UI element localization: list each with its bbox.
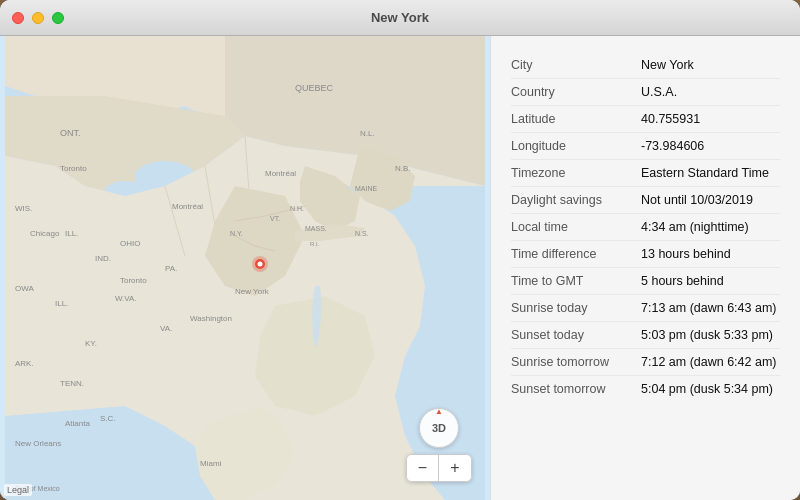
row-value: 5:04 pm (dusk 5:34 pm) [641, 376, 780, 403]
svg-text:N.H.: N.H. [290, 205, 304, 212]
svg-text:New York: New York [235, 287, 270, 296]
table-row: Sunrise tomorrow7:12 am (dawn 6:42 am) [511, 349, 780, 376]
zoom-controls: − + [406, 454, 472, 482]
svg-text:ILL.: ILL. [55, 299, 68, 308]
table-row: Sunset tomorrow5:04 pm (dusk 5:34 pm) [511, 376, 780, 403]
info-table: CityNew YorkCountryU.S.A.Latitude40.7559… [511, 52, 780, 402]
table-row: Sunset today5:03 pm (dusk 5:33 pm) [511, 322, 780, 349]
row-value: 7:12 am (dawn 6:42 am) [641, 349, 780, 376]
svg-text:Chicago: Chicago [30, 229, 60, 238]
table-row: CountryU.S.A. [511, 79, 780, 106]
svg-text:Toronto: Toronto [60, 164, 87, 173]
window-title: New York [371, 10, 429, 25]
table-row: Sunrise today7:13 am (dawn 6:43 am) [511, 295, 780, 322]
row-value: -73.984606 [641, 133, 780, 160]
info-panel: CityNew YorkCountryU.S.A.Latitude40.7559… [490, 36, 800, 500]
svg-text:TENN.: TENN. [60, 379, 84, 388]
row-label: Country [511, 79, 641, 106]
map-area[interactable]: ONT. QUEBEC N.L. N.B. MAINE WIS. ILL. IN… [0, 36, 490, 500]
3d-button[interactable]: 3D [419, 408, 459, 448]
zoom-out-button[interactable]: − [407, 455, 439, 481]
row-value: 40.755931 [641, 106, 780, 133]
row-label: Sunrise tomorrow [511, 349, 641, 376]
svg-text:MAINE: MAINE [355, 185, 378, 192]
svg-text:Toronto: Toronto [120, 276, 147, 285]
svg-text:W.VA.: W.VA. [115, 294, 137, 303]
row-value: 4:34 am (nighttime) [641, 214, 780, 241]
svg-text:N.S.: N.S. [355, 230, 369, 237]
table-row: CityNew York [511, 52, 780, 79]
row-label: Sunset tomorrow [511, 376, 641, 403]
maximize-button[interactable] [52, 12, 64, 24]
svg-text:OHIO: OHIO [120, 239, 140, 248]
traffic-lights [12, 12, 64, 24]
table-row: Longitude-73.984606 [511, 133, 780, 160]
row-value: U.S.A. [641, 79, 780, 106]
svg-text:IND.: IND. [95, 254, 111, 263]
svg-text:PA.: PA. [165, 264, 177, 273]
row-label: Sunset today [511, 322, 641, 349]
svg-text:New Orleans: New Orleans [15, 439, 61, 448]
titlebar: New York [0, 0, 800, 36]
svg-text:Montréal: Montréal [172, 202, 203, 211]
row-label: Local time [511, 214, 641, 241]
svg-text:ARK.: ARK. [15, 359, 34, 368]
table-row: Latitude40.755931 [511, 106, 780, 133]
row-label: Sunrise today [511, 295, 641, 322]
row-label: Timezone [511, 160, 641, 187]
row-value: 5 hours behind [641, 268, 780, 295]
svg-point-45 [258, 262, 263, 267]
svg-text:S.C.: S.C. [100, 414, 116, 423]
svg-text:Montréal: Montréal [265, 169, 296, 178]
svg-text:KY.: KY. [85, 339, 97, 348]
table-row: Daylight savingsNot until 10/03/2019 [511, 187, 780, 214]
row-label: Time to GMT [511, 268, 641, 295]
svg-text:WIS.: WIS. [15, 204, 32, 213]
svg-text:R.I.: R.I. [310, 241, 320, 247]
table-row: Local time4:34 am (nighttime) [511, 214, 780, 241]
zoom-in-button[interactable]: + [439, 455, 471, 481]
minimize-button[interactable] [32, 12, 44, 24]
table-row: Time to GMT5 hours behind [511, 268, 780, 295]
svg-text:Washington: Washington [190, 314, 232, 323]
svg-text:N.Y.: N.Y. [230, 230, 243, 237]
row-value: New York [641, 52, 780, 79]
svg-text:VT.: VT. [270, 215, 280, 222]
row-value: 5:03 pm (dusk 5:33 pm) [641, 322, 780, 349]
row-label: Latitude [511, 106, 641, 133]
svg-text:Atlanta: Atlanta [65, 419, 90, 428]
row-label: City [511, 52, 641, 79]
main-content: ONT. QUEBEC N.L. N.B. MAINE WIS. ILL. IN… [0, 36, 800, 500]
close-button[interactable] [12, 12, 24, 24]
row-value: 7:13 am (dawn 6:43 am) [641, 295, 780, 322]
svg-text:N.B.: N.B. [395, 164, 411, 173]
row-value: Eastern Standard Time [641, 160, 780, 187]
table-row: TimezoneEastern Standard Time [511, 160, 780, 187]
table-row: Time difference13 hours behind [511, 241, 780, 268]
svg-text:OWA: OWA [15, 284, 34, 293]
row-value: Not until 10/03/2019 [641, 187, 780, 214]
row-label: Daylight savings [511, 187, 641, 214]
map-attribution: Legal [4, 484, 32, 496]
svg-text:ONT.: ONT. [60, 128, 81, 138]
row-value: 13 hours behind [641, 241, 780, 268]
svg-text:N.L.: N.L. [360, 129, 375, 138]
svg-text:Miami: Miami [200, 459, 222, 468]
app-window: New York [0, 0, 800, 500]
row-label: Longitude [511, 133, 641, 160]
map-controls: 3D − + [406, 408, 472, 482]
svg-text:QUEBEC: QUEBEC [295, 83, 334, 93]
svg-text:VA.: VA. [160, 324, 172, 333]
svg-text:ILL.: ILL. [65, 229, 78, 238]
svg-text:MASS.: MASS. [305, 225, 327, 232]
row-label: Time difference [511, 241, 641, 268]
